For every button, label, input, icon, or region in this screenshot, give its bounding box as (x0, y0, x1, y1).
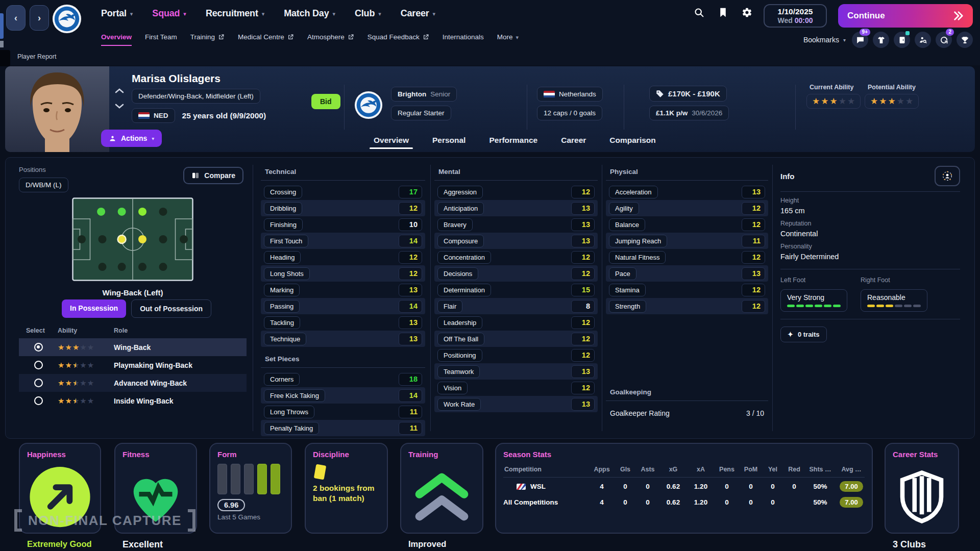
season-stats-row[interactable]: WSL4000.621.20000050%7.00 (503, 479, 865, 494)
attribute-row-heading[interactable]: Heading12 (261, 249, 425, 265)
compare-button[interactable]: Compare (183, 167, 243, 184)
attribute-row-composure[interactable]: Composure13 (434, 233, 598, 249)
subnav-squad-feedback[interactable]: Squad Feedback (368, 33, 429, 44)
attribute-row-tackling[interactable]: Tackling13 (261, 314, 425, 331)
attribute-row-balance[interactable]: Balance12 (606, 216, 768, 233)
attribute-row-pace[interactable]: Pace13 (606, 265, 768, 282)
attribute-row-flair[interactable]: Flair8 (434, 298, 598, 314)
nav-squad[interactable]: Squad▾ (152, 8, 186, 19)
role-row-advanced-wing-back[interactable]: ★★★★★★Advanced Wing-Back (19, 374, 247, 392)
search-icon[interactable] (694, 7, 704, 18)
attribute-row-long-shots[interactable]: Long Shots12 (261, 265, 425, 282)
attribute-row-long-throws[interactable]: Long Throws11 (261, 404, 425, 420)
role-radio[interactable] (34, 396, 43, 405)
attribute-row-anticipation[interactable]: Anticipation13 (434, 200, 598, 216)
attribute-row-jumping-reach[interactable]: Jumping Reach11 (606, 233, 768, 249)
attribute-row-bravery[interactable]: Bravery13 (434, 216, 598, 233)
transfer-value-chip[interactable]: £170K - £190K (649, 86, 727, 102)
stat-header-xg[interactable]: xG (659, 466, 687, 473)
subnav-medical-centre[interactable]: Medical Centre (238, 33, 294, 44)
attribute-row-stamina[interactable]: Stamina12 (606, 282, 768, 298)
training-card[interactable]: Training Improved Training Rating 7.40 (400, 443, 483, 534)
transfers-icon[interactable] (894, 32, 910, 48)
nav-match-day[interactable]: Match Day▾ (284, 8, 335, 19)
attribute-row-agility[interactable]: Agility12 (606, 200, 768, 216)
stat-header-avg[interactable]: Avg … (835, 466, 868, 473)
stat-header-red[interactable]: Red (783, 466, 805, 473)
career-stats-card[interactable]: Career Stats 3 Clubs Apps 142 Goals 20 (885, 443, 959, 534)
discipline-card[interactable]: Discipline 2 bookings from ban (1 match) (305, 443, 388, 534)
role-row-inside-wing-back[interactable]: ★★★★★★Inside Wing-Back (19, 392, 247, 410)
traits-button[interactable]: ✦ 0 traits (780, 327, 827, 342)
tab-career[interactable]: Career (561, 136, 586, 152)
attribute-row-corners[interactable]: Corners18 (261, 371, 425, 387)
subnav-training[interactable]: Training (190, 33, 225, 44)
attribute-row-teamwork[interactable]: Teamwork13 (434, 363, 598, 380)
attribute-row-decisions[interactable]: Decisions12 (434, 265, 598, 282)
subnav-atmosphere[interactable]: Atmosphere (307, 33, 354, 44)
attribute-row-finishing[interactable]: Finishing10 (261, 216, 425, 233)
kit-icon[interactable] (873, 32, 889, 48)
season-stats-row[interactable]: All Competitions4000.621.2000050%7.00 (503, 494, 865, 510)
attribute-row-natural-fitness[interactable]: Natural Fitness12 (606, 249, 768, 265)
next-player-icon[interactable] (114, 102, 125, 110)
stat-header-pom[interactable]: PoM (739, 466, 763, 473)
club-crest-icon[interactable] (52, 4, 82, 34)
out-of-possession-toggle[interactable]: Out of Possession (131, 299, 211, 318)
stat-header-asts[interactable]: Asts (636, 466, 659, 473)
side-tab[interactable] (0, 50, 10, 66)
attribute-row-passing[interactable]: Passing14 (261, 298, 425, 314)
stat-header-shts[interactable]: Shts … (805, 466, 835, 473)
stat-header-yel[interactable]: Yel (763, 466, 783, 473)
nation-chip[interactable]: Netherlands (537, 87, 603, 102)
subnav-internationals[interactable]: Internationals (443, 33, 484, 44)
previous-player-icon[interactable] (114, 87, 125, 95)
attribute-row-concentration[interactable]: Concentration12 (434, 249, 598, 265)
attribute-row-dribbling[interactable]: Dribbling12 (261, 200, 425, 216)
attribute-row-acceleration[interactable]: Acceleration13 (606, 184, 768, 200)
role-radio[interactable] (34, 379, 43, 387)
nav-career[interactable]: Career▾ (401, 8, 435, 19)
fitness-card[interactable]: Fitness Excellent Match fit (114, 443, 197, 534)
nav-portal[interactable]: Portal▾ (101, 8, 133, 19)
tab-comparison[interactable]: Comparison (609, 136, 655, 152)
scout-report-button[interactable] (935, 166, 960, 186)
attribute-row-marking[interactable]: Marking13 (261, 282, 425, 298)
attribute-row-positioning[interactable]: Positioning12 (434, 347, 598, 363)
attribute-row-leadership[interactable]: Leadership12 (434, 314, 598, 331)
tab-performance[interactable]: Performance (489, 136, 537, 152)
bookmark-icon[interactable] (718, 7, 728, 18)
subnav-overview[interactable]: Overview (101, 33, 132, 44)
stat-header-pens[interactable]: Pens (715, 466, 739, 473)
goalkeeper-rating-row[interactable]: Goalkeeper Rating 3 / 10 (606, 404, 768, 422)
game-date[interactable]: 1/10/2025 Wed 00:00 (764, 4, 827, 28)
role-row-wing-back[interactable]: ★★★★★Wing-Back (19, 338, 247, 356)
attribute-row-technique[interactable]: Technique13 (261, 331, 425, 347)
attribute-row-off-the-ball[interactable]: Off The Ball12 (434, 331, 598, 347)
tab-overview[interactable]: Overview (374, 136, 409, 152)
tab-personal[interactable]: Personal (432, 136, 465, 152)
attribute-row-vision[interactable]: Vision12 (434, 380, 598, 396)
forward-button[interactable]: › (30, 5, 49, 31)
stat-header-gls[interactable]: Gls (615, 466, 636, 473)
nav-recruitment[interactable]: Recruitment▾ (206, 8, 264, 19)
happiness-card[interactable]: Happiness Extremely Good Positives 5 Neg… (19, 443, 101, 534)
attribute-row-free-kick-taking[interactable]: Free Kick Taking14 (261, 387, 425, 404)
attribute-row-work-rate[interactable]: Work Rate13 (434, 396, 598, 412)
attribute-row-first-touch[interactable]: First Touch14 (261, 233, 425, 249)
attribute-row-strength[interactable]: Strength12 (606, 298, 768, 314)
subnav-more[interactable]: More▾ (497, 33, 519, 44)
sync-icon[interactable]: 2 (936, 32, 952, 48)
trophy-icon[interactable] (957, 32, 973, 48)
attribute-row-penalty-taking[interactable]: Penalty Taking11 (261, 420, 425, 436)
nav-club[interactable]: Club▾ (355, 8, 381, 19)
role-radio[interactable] (34, 361, 43, 369)
club-chip[interactable]: Brighton Senior (391, 87, 457, 102)
role-row-playmaking-wing-back[interactable]: ★★★★★★Playmaking Wing-Back (19, 356, 247, 374)
stat-header-xa[interactable]: xA (687, 466, 715, 473)
attribute-row-aggression[interactable]: Aggression12 (434, 184, 598, 200)
attribute-row-determination[interactable]: Determination15 (434, 282, 598, 298)
bookmarks-button[interactable]: Bookmarks▾ (803, 36, 846, 44)
form-card[interactable]: Form 6.96 Last 5 Games (209, 443, 292, 534)
bid-button[interactable]: Bid (311, 94, 340, 109)
